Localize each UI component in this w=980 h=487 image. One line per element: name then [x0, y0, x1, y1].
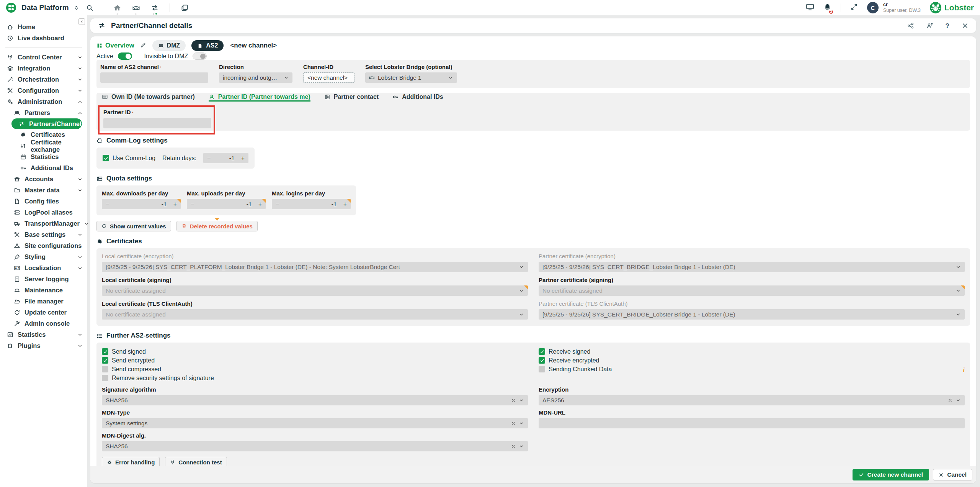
user-meta[interactable]: cr Super user, DW.3	[883, 2, 921, 13]
tab-dmz[interactable]: DMZ	[152, 40, 186, 51]
show-current-values-button[interactable]: Show current values	[96, 221, 171, 231]
app-switcher-icon[interactable]	[74, 5, 79, 11]
sidebar-item-accounts[interactable]: Accounts	[0, 174, 87, 185]
sidebar-item-orchestration[interactable]: Orchestration	[0, 74, 87, 85]
clear-icon[interactable]	[511, 444, 516, 449]
quota-stepper[interactable]: −-1+	[272, 199, 351, 209]
sidebar-item-integration[interactable]: Integration	[0, 63, 87, 74]
subtab-partner-id-partner-towards-me[interactable]: Partner ID (Partner towards me)	[209, 93, 310, 102]
user-avatar[interactable]: C	[867, 2, 879, 13]
sidebar-item-plugins[interactable]: Plugins	[0, 340, 87, 351]
user-permissions-icon[interactable]	[926, 22, 933, 29]
certificate-select[interactable]: [9/25/25 - 9/25/26] SYS_CERT_PLATFORM_Lo…	[102, 262, 528, 272]
mdn-url-input[interactable]	[539, 418, 965, 428]
use-commlog-checkbox-row[interactable]: Use Comm-Log	[103, 154, 155, 162]
certificate-select[interactable]: [9/25/25 - 9/25/26] SYS_CERT_BRIDGE_Lobs…	[539, 262, 965, 272]
swap-arrows-icon[interactable]	[850, 3, 858, 12]
sidebar-item-transportmanager[interactable]: TransportManager	[0, 218, 87, 229]
cancel-button[interactable]: Cancel	[933, 469, 972, 480]
active-toggle[interactable]	[118, 52, 132, 60]
notifications-bell-icon[interactable]: 3	[823, 3, 831, 13]
quota-stepper[interactable]: −-1+	[187, 199, 266, 209]
decrement-icon[interactable]: −	[207, 155, 211, 162]
subtab-additional-ids[interactable]: Additional IDs	[392, 93, 443, 102]
increment-icon[interactable]: +	[258, 201, 262, 208]
sidebar-item-logpool-aliases[interactable]: LogPool aliases	[0, 207, 87, 218]
certificate-select[interactable]: No certificate assigned	[102, 309, 528, 320]
quota-stepper[interactable]: −-1+	[102, 199, 181, 209]
sidebar-item-file-manager[interactable]: File manager	[0, 296, 87, 307]
checkbox[interactable]	[539, 348, 545, 355]
sidebar-item-master-data[interactable]: Master data	[0, 185, 87, 196]
sidebar-item-config-files[interactable]: Config files	[0, 196, 87, 207]
checkbox[interactable]	[102, 348, 108, 355]
delete-recorded-values-button[interactable]: Delete recorded values	[176, 221, 258, 231]
subtab-own-id-me-towards-partner[interactable]: Own ID (Me towards partner)	[102, 93, 195, 102]
close-icon[interactable]	[962, 22, 969, 29]
signature-algorithm-select[interactable]: SHA256	[102, 395, 528, 405]
certificate-select[interactable]: [9/25/25 - 9/25/26] SYS_CERT_BRIDGE_Lobs…	[539, 309, 965, 320]
sidebar-item-control-center[interactable]: Control Center	[0, 52, 87, 63]
checkbox-row-receive-encrypted[interactable]: Receive encrypted	[539, 356, 965, 365]
sidebar-item-styling[interactable]: Styling	[0, 251, 87, 262]
increment-icon[interactable]: +	[173, 201, 177, 208]
sidebar-item-admin-console[interactable]: Admin console	[0, 318, 87, 329]
increment-icon[interactable]: +	[343, 201, 347, 208]
encryption-select[interactable]: AES256	[539, 395, 965, 405]
checkbox-row-send-compressed[interactable]: Send compressed	[102, 365, 528, 374]
tab-as2[interactable]: AS2	[191, 40, 224, 51]
connection-test-button[interactable]: Connection test	[165, 457, 227, 467]
decrement-icon[interactable]: −	[191, 201, 194, 208]
checkbox[interactable]	[539, 366, 545, 372]
sidebar-item-server-logging[interactable]: Server logging	[0, 274, 87, 285]
search-icon[interactable]	[86, 4, 93, 11]
subtab-partner-contact[interactable]: Partner contact	[324, 93, 379, 102]
retain-days-stepper[interactable]: − -1 +	[203, 153, 248, 163]
mdn-digest-select[interactable]: SHA256	[102, 441, 528, 451]
app-name[interactable]: Data Platform	[21, 3, 69, 12]
checkbox[interactable]	[539, 357, 545, 364]
sidebar-item-localization[interactable]: Localization	[0, 262, 87, 274]
checkbox[interactable]	[102, 357, 108, 364]
name-input[interactable]	[100, 72, 208, 83]
decrement-icon[interactable]: −	[106, 201, 109, 208]
direction-select[interactable]: incoming and outgoing	[219, 72, 292, 83]
sidebar-item-maintenance[interactable]: Maintenance	[0, 285, 87, 296]
sidebar-item-configuration[interactable]: Configuration	[0, 85, 87, 96]
sidebar-item-live-dashboard[interactable]: Live dashboard	[0, 33, 87, 44]
sidebar-item-update-center[interactable]: Update center	[0, 307, 87, 318]
sidebar-item-partners[interactable]: Partners	[0, 107, 87, 118]
checkbox[interactable]	[102, 375, 108, 381]
cascade-windows-icon[interactable]	[181, 4, 189, 12]
partner-id-input[interactable]	[103, 118, 211, 128]
clear-icon[interactable]	[511, 398, 516, 403]
sidebar-item-partners-channels[interactable]: Partners/Channels	[11, 118, 82, 129]
sidebar-item-home[interactable]: Home	[0, 21, 87, 33]
sidebar-item-base-settings[interactable]: Base settings	[0, 229, 87, 240]
bridge-select[interactable]: Lobster Bridge 1	[365, 72, 457, 83]
checkbox-row-send-encrypted[interactable]: Send encrypted	[102, 356, 528, 365]
app-logo[interactable]	[6, 3, 16, 13]
help-icon[interactable]: ?	[946, 23, 949, 29]
monitor-icon[interactable]	[806, 3, 814, 13]
sidebar-item-site-configurations[interactable]: Site configurations	[0, 240, 87, 251]
clear-icon[interactable]	[948, 398, 952, 403]
sidebar-item-certificate-exchange[interactable]: Certificate exchange	[0, 140, 87, 151]
bridge-shortcut-icon[interactable]	[132, 4, 140, 12]
certificate-select[interactable]: No certificate assigned	[539, 285, 965, 296]
checkbox[interactable]	[102, 366, 108, 372]
error-handling-button[interactable]: Error handling	[102, 457, 160, 467]
sidebar-item-statistics[interactable]: Statistics	[0, 329, 87, 340]
info-icon[interactable]: i	[963, 366, 965, 374]
channel-id-input[interactable]: <new channel>	[303, 72, 354, 83]
certificate-select[interactable]: No certificate assigned	[102, 285, 528, 296]
checkbox-row-send-signed[interactable]: Send signed	[102, 347, 528, 356]
home-shortcut-icon[interactable]	[113, 4, 121, 12]
sidebar-item-administration[interactable]: Administration	[0, 96, 87, 107]
decrement-icon[interactable]: −	[276, 201, 279, 208]
sidebar-collapse-button[interactable]	[78, 18, 85, 25]
transfer-shortcut-icon[interactable]	[151, 4, 159, 12]
sidebar-item-additional-ids[interactable]: Additional IDs	[0, 162, 87, 174]
clear-icon[interactable]	[511, 421, 516, 426]
increment-icon[interactable]: +	[241, 155, 245, 162]
